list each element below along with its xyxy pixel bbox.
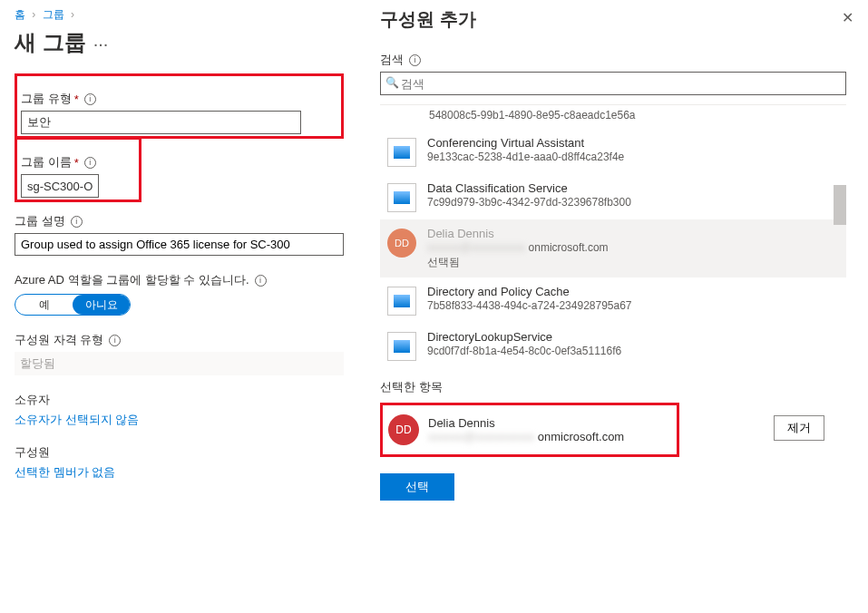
selected-item-name: Delia Dennis: [428, 416, 624, 430]
info-icon[interactable]: i: [109, 335, 121, 346]
breadcrumb: 홈 › 그룹 ›: [15, 7, 344, 23]
remove-button[interactable]: 제거: [774, 415, 824, 441]
app-icon: [387, 287, 416, 316]
group-desc-input[interactable]: [15, 234, 343, 255]
list-item[interactable]: DirectoryLookupService 9cd0f7df-8b1a-4e5…: [380, 323, 846, 368]
search-icon: 🔍: [385, 76, 399, 89]
avatar: DD: [388, 414, 419, 445]
label-aad-role: Azure AD 역할을 그룹에 할당할 수 있습니다.i: [15, 272, 344, 288]
label-group-type: 그룹 유형*i: [21, 91, 301, 107]
item-name: Delia Dennis: [427, 227, 839, 240]
item-sub: 7b58f833-4438-494c-a724-234928795a67: [427, 299, 839, 312]
breadcrumb-groups[interactable]: 그룹: [43, 8, 64, 21]
item-sub: 9e133cac-5238-4d1e-aaa0-d8ff4ca23f4e: [427, 151, 839, 163]
breadcrumb-home[interactable]: 홈: [15, 8, 25, 21]
label-search: 검색i: [380, 52, 846, 68]
close-icon[interactable]: ✕: [842, 9, 853, 26]
item-sub: 7c99d979-3b9c-4342-97dd-3239678fb300: [427, 196, 839, 209]
toggle-yes[interactable]: 예: [15, 295, 73, 315]
label-group-name: 그룹 이름*i: [21, 154, 99, 170]
search-input[interactable]: [380, 72, 846, 95]
chevron-right-icon: ›: [32, 8, 35, 21]
selected-header: 선택한 항목: [380, 379, 846, 395]
item-sub: 9cd0f7df-8b1a-4e54-8c0c-0ef3a51116f6: [427, 345, 839, 357]
group-desc-box: [15, 233, 344, 256]
member-type-input: [15, 352, 344, 375]
label-group-desc: 그룹 설명i: [15, 213, 344, 229]
item-name: Directory and Policy Cache: [427, 285, 839, 298]
info-icon[interactable]: i: [255, 275, 267, 287]
item-name: Data Classification Service: [427, 181, 839, 195]
search-results: 548008c5-99b1-4890-8e95-c8aeadc1e56a Con…: [380, 104, 846, 368]
label-members: 구성원: [15, 444, 344, 461]
highlight-group-type: 그룹 유형*i: [15, 73, 344, 139]
scrollbar[interactable]: [834, 185, 846, 225]
page-title: 새 그룹···: [15, 28, 344, 57]
group-type-input[interactable]: [21, 111, 301, 134]
info-icon[interactable]: i: [84, 157, 96, 169]
toggle-no[interactable]: 아니요: [73, 295, 130, 315]
item-sub: xxxxxx@xxxxxxxxxx onmicrosoft.com: [427, 241, 839, 254]
aad-role-toggle[interactable]: 예 아니요: [15, 294, 131, 316]
item-name: Conferencing Virtual Assistant: [427, 136, 839, 150]
avatar: DD: [387, 229, 416, 258]
list-item-selected[interactable]: DD Delia Dennis xxxxxx@xxxxxxxxxx onmicr…: [380, 219, 846, 277]
list-item[interactable]: Data Classification Service 7c99d979-3b9…: [380, 174, 846, 219]
more-icon[interactable]: ···: [93, 34, 109, 54]
app-icon: [387, 138, 416, 167]
selected-items: 선택한 항목 DD Delia Dennis xxxxxx@xxxxxxxxxx…: [380, 379, 846, 457]
item-name: DirectoryLookupService: [427, 330, 839, 344]
item-selected-text: 선택됨: [427, 255, 839, 270]
highlight-group-name: 그룹 이름*i: [15, 137, 141, 202]
list-item[interactable]: Directory and Policy Cache 7b58f833-4438…: [380, 277, 846, 323]
panel-title: 구성원 추가: [380, 7, 846, 32]
select-button[interactable]: 선택: [380, 473, 454, 501]
group-name-input[interactable]: [21, 174, 99, 198]
app-icon: [387, 183, 416, 212]
selected-item-sub: xxxxxx@xxxxxxxxxx onmicrosoft.com: [428, 430, 624, 443]
owners-link[interactable]: 소유자가 선택되지 않음: [15, 412, 344, 428]
list-item[interactable]: Conferencing Virtual Assistant 9e133cac-…: [380, 129, 846, 174]
chevron-right-icon: ›: [71, 8, 74, 21]
info-icon[interactable]: i: [409, 54, 421, 66]
selected-item: DD Delia Dennis xxxxxx@xxxxxxxxxx onmicr…: [380, 403, 679, 457]
result-guid-partial: 548008c5-99b1-4890-8e95-c8aeadc1e56a: [380, 105, 846, 129]
label-owners: 소유자: [15, 392, 344, 408]
add-members-panel: ✕ 구성원 추가 검색i 🔍 548008c5-99b1-4890-8e95-c…: [358, 0, 868, 613]
new-group-panel: 홈 › 그룹 › 새 그룹··· 그룹 유형*i 그룹 이름*i: [0, 0, 358, 613]
members-link[interactable]: 선택한 멤버가 없음: [15, 464, 344, 481]
info-icon[interactable]: i: [71, 216, 83, 228]
app-icon: [387, 332, 416, 361]
label-member-type: 구성원 자격 유형i: [15, 332, 344, 348]
info-icon[interactable]: i: [84, 93, 96, 105]
